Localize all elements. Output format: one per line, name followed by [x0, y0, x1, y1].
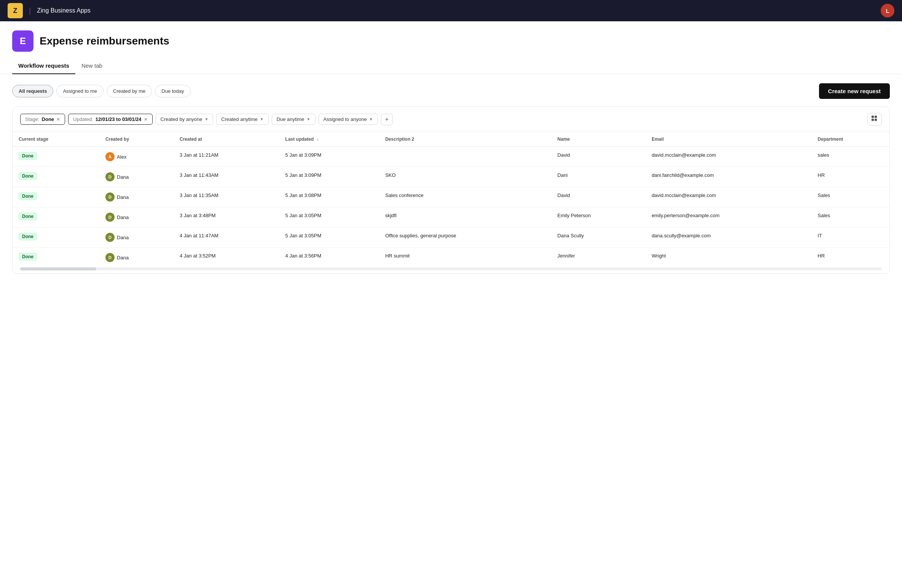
table-row[interactable]: Done D Dana 3 Jan at 3:48PM 5 Jan at 3:0…	[13, 207, 889, 227]
add-filter-icon: +	[385, 116, 389, 122]
page-title: Expense reimbursements	[40, 35, 169, 47]
tab-workflow-requests[interactable]: Workflow requests	[12, 58, 75, 74]
user-avatar-2: D	[105, 192, 115, 202]
create-button-label: Create new request	[828, 88, 881, 94]
user-name-5: Dana	[117, 255, 129, 261]
stage-filter-label: Stage:	[25, 116, 40, 122]
cell-email-1: dani.fairchild@example.com	[645, 167, 811, 187]
filter-all-requests[interactable]: All requests	[12, 85, 53, 97]
cell-description-1: SKO	[379, 167, 551, 187]
svg-rect-1	[875, 116, 877, 118]
updated-filter-tag[interactable]: Updated: 12/01/23 to 03/01/24 ✕	[68, 114, 152, 125]
col-last-updated[interactable]: Last updated ↓	[279, 132, 379, 147]
cell-created-at-0: 3 Jan at 11:21AM	[174, 147, 279, 167]
stage-filter-close[interactable]: ✕	[56, 117, 60, 122]
table-row[interactable]: Done D Dana 4 Jan at 11:47AM 5 Jan at 3:…	[13, 227, 889, 248]
assigned-to-filter-label: Assigned to anyone	[324, 116, 367, 122]
tab-new-tab[interactable]: New tab	[75, 58, 108, 74]
horizontal-scrollbar-track[interactable]	[20, 267, 882, 270]
table-row[interactable]: Done D Dana 3 Jan at 11:43AM 5 Jan at 3:…	[13, 167, 889, 187]
table-row[interactable]: Done D Dana 3 Jan at 11:35AM 5 Jan at 3:…	[13, 187, 889, 207]
last-updated-sort-icon: ↓	[317, 137, 319, 142]
cell-created-by-1: D Dana	[99, 167, 174, 187]
add-filter-button[interactable]: +	[381, 114, 393, 125]
stage-filter-value: Done	[42, 116, 54, 122]
cell-stage-5: Done	[13, 248, 99, 268]
cell-stage-0: Done	[13, 147, 99, 167]
created-anytime-filter[interactable]: Created anytime ▼	[216, 114, 268, 125]
stage-badge-5: Done	[19, 253, 37, 261]
table-row[interactable]: Done A Alex 3 Jan at 11:21AM 5 Jan at 3:…	[13, 147, 889, 167]
cell-name-4: Dana Scully	[551, 227, 646, 248]
cell-stage-1: Done	[13, 167, 99, 187]
updated-filter-label: Updated:	[73, 116, 93, 122]
quick-filters: All requests Assigned to me Created by m…	[12, 85, 191, 97]
cell-department-3: Sales	[811, 207, 889, 227]
cell-created-by-4: D Dana	[99, 227, 174, 248]
filter-all-requests-label: All requests	[19, 88, 47, 94]
filter-due-today[interactable]: Due today	[155, 85, 190, 97]
cell-name-0: David	[551, 147, 646, 167]
filter-created-by-me-label: Created by me	[113, 88, 145, 94]
horizontal-scrollbar-thumb[interactable]	[20, 267, 96, 270]
stage-badge-0: Done	[19, 152, 37, 160]
cell-department-4: IT	[811, 227, 889, 248]
created-by-chevron-icon: ▼	[204, 117, 208, 121]
tab-new-tab-label: New tab	[81, 62, 102, 69]
svg-rect-3	[875, 119, 877, 121]
assigned-to-filter[interactable]: Assigned to anyone ▼	[319, 114, 378, 125]
cell-description-5: HR summit	[379, 248, 551, 268]
svg-rect-0	[872, 116, 874, 118]
created-anytime-chevron-icon: ▼	[260, 117, 264, 121]
cell-created-by-3: D Dana	[99, 207, 174, 227]
user-avatar[interactable]: L	[881, 4, 894, 17]
col-current-stage: Current stage	[13, 132, 99, 147]
cell-email-5: Wright	[645, 248, 811, 268]
filter-assigned-to-me[interactable]: Assigned to me	[56, 85, 104, 97]
svg-rect-2	[872, 119, 874, 121]
cell-last-updated-3: 5 Jan at 3:05PM	[279, 207, 379, 227]
filter-assigned-to-me-label: Assigned to me	[63, 88, 97, 94]
col-created-by: Created by	[99, 132, 174, 147]
cell-department-2: Sales	[811, 187, 889, 207]
due-anytime-filter[interactable]: Due anytime ▼	[272, 114, 316, 125]
updated-filter-close[interactable]: ✕	[144, 117, 148, 122]
col-department: Department	[811, 132, 889, 147]
cell-created-at-5: 4 Jan at 3:52PM	[174, 248, 279, 268]
grid-view-button[interactable]	[867, 113, 882, 126]
page-header: E Expense reimbursements	[0, 21, 902, 52]
nav-divider: |	[29, 6, 31, 15]
cell-stage-4: Done	[13, 227, 99, 248]
created-by-filter[interactable]: Created by anyone ▼	[156, 114, 214, 125]
user-avatar-1: D	[105, 172, 115, 181]
user-avatar-3: D	[105, 213, 115, 222]
cell-department-5: HR	[811, 248, 889, 268]
user-initial: L	[886, 8, 889, 14]
cell-created-at-4: 4 Jan at 11:47AM	[174, 227, 279, 248]
top-nav: Z | Zing Business Apps L	[0, 0, 902, 21]
create-new-request-button[interactable]: Create new request	[819, 83, 890, 99]
user-avatar-4: D	[105, 233, 115, 242]
user-name-4: Dana	[117, 235, 129, 240]
table-card: Stage: Done ✕ Updated: 12/01/23 to 03/01…	[12, 106, 890, 274]
cell-created-at-3: 3 Jan at 3:48PM	[174, 207, 279, 227]
cell-created-by-0: A Alex	[99, 147, 174, 167]
col-name: Name	[551, 132, 646, 147]
due-anytime-filter-label: Due anytime	[277, 116, 304, 122]
cell-stage-3: Done	[13, 207, 99, 227]
filter-created-by-me[interactable]: Created by me	[107, 85, 152, 97]
table-row[interactable]: Done D Dana 4 Jan at 3:52PM 4 Jan at 3:5…	[13, 248, 889, 268]
created-by-filter-label: Created by anyone	[161, 116, 202, 122]
cell-name-3: Emily Peterson	[551, 207, 646, 227]
main-content: All requests Assigned to me Created by m…	[0, 74, 902, 283]
col-email: Email	[645, 132, 811, 147]
cell-created-at-2: 3 Jan at 11:35AM	[174, 187, 279, 207]
cell-created-at-1: 3 Jan at 11:43AM	[174, 167, 279, 187]
user-name-1: Dana	[117, 174, 129, 180]
stage-filter-tag[interactable]: Stage: Done ✕	[20, 114, 65, 125]
grid-icon	[872, 116, 878, 122]
tab-workflow-requests-label: Workflow requests	[18, 62, 69, 69]
cell-description-4: Office supplies, general purpose	[379, 227, 551, 248]
cell-department-0: sales	[811, 147, 889, 167]
cell-stage-2: Done	[13, 187, 99, 207]
